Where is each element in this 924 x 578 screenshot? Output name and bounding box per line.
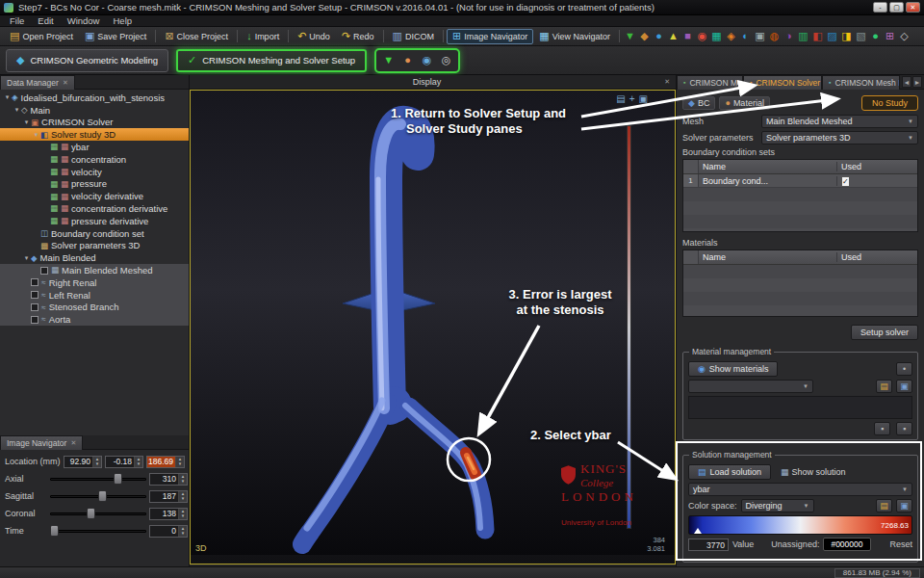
visibility-checkbox[interactable]	[31, 316, 38, 324]
toolbar-icon[interactable]: ▦	[709, 29, 724, 44]
toolbar-icon[interactable]: ●	[868, 29, 883, 44]
no-study-button[interactable]: No Study	[861, 95, 918, 111]
spin-arrows[interactable]: ▴▾	[178, 509, 187, 519]
visibility-checkbox[interactable]	[31, 278, 38, 286]
vessel-tool-icon[interactable]: ▼	[381, 53, 396, 68]
spin-down-icon[interactable]: ▾	[179, 531, 187, 537]
mesh-combobox[interactable]: Main Blended Meshed▼	[761, 115, 918, 128]
spin-down-icon[interactable]: ▾	[179, 479, 187, 485]
material-tool-icon[interactable]: ●	[400, 53, 415, 68]
add-icon[interactable]: ▪	[874, 422, 890, 435]
tree-item-main-blended-meshed[interactable]: ▦Main Blended Meshed	[0, 264, 189, 276]
tree-item-ybar[interactable]: ▦▦ybar	[0, 141, 189, 153]
perspective-meshing-solver-button[interactable]: ✓ CRIMSON Meshing and Solver Setup	[176, 49, 367, 72]
tab-data-manager[interactable]: Data Manager ✕	[0, 75, 75, 90]
open-folder-icon[interactable]: ▤	[876, 499, 892, 512]
tree-item-left-renal[interactable]: ≈Left Renal	[0, 289, 189, 302]
coronal-field[interactable]: 138▴▾	[149, 508, 188, 520]
import-button[interactable]: ↓Import	[241, 29, 285, 44]
minimize-button[interactable]: -	[873, 2, 887, 13]
tab-crimson-mesh-expl[interactable]: ▪CRIMSON Mesh Expl...✕	[822, 75, 900, 90]
gradient-marker[interactable]	[694, 528, 702, 534]
toolbar-icon[interactable]: ◐	[738, 29, 753, 44]
color-map-gradient[interactable]: 7268.63	[688, 515, 912, 535]
menu-file[interactable]: File	[4, 15, 30, 26]
toolbar-icon[interactable]: ▼	[623, 29, 637, 44]
toolbar-icon[interactable]: ◍	[767, 29, 782, 44]
close-button[interactable]: ✕	[906, 2, 920, 13]
tab-close-icon[interactable]: ✕	[664, 78, 676, 86]
tree-item-concentration[interactable]: ▦▦concentration	[0, 153, 189, 166]
solution-array-combobox[interactable]: ybar▼	[688, 483, 912, 496]
spin-arrows[interactable]: ▴▾	[175, 457, 184, 467]
slider-handle[interactable]	[98, 490, 107, 502]
spin-down-icon[interactable]: ▾	[179, 513, 187, 519]
menu-window[interactable]: Window	[62, 15, 106, 26]
time-field[interactable]: 0▴▾	[149, 525, 188, 538]
tree-expander-icon[interactable]: ▾	[22, 254, 31, 262]
tree-item-velocity[interactable]: ▦▦velocity	[0, 166, 189, 178]
location-x-field[interactable]: 92.90 ▴▾	[64, 456, 102, 468]
visibility-checkbox[interactable]	[31, 303, 38, 311]
view-navigator-button[interactable]: ▦View Navigator	[533, 29, 616, 44]
material-combobox[interactable]: ▼	[688, 380, 813, 393]
min-value-field[interactable]: 3770	[688, 539, 729, 551]
axial-field[interactable]: 310▴▾	[149, 473, 188, 486]
color-space-combobox[interactable]: Diverging▼	[741, 499, 814, 512]
visibility-checkbox[interactable]	[40, 267, 48, 275]
show-solution-button[interactable]: ▦Show solution	[775, 465, 852, 479]
menu-edit[interactable]: Edit	[32, 15, 59, 26]
visibility-checkbox[interactable]	[31, 291, 38, 299]
tree-item-main-blended[interactable]: ▾◆Main Blended	[0, 251, 189, 264]
tree-expander-icon[interactable]: ▾	[3, 93, 12, 101]
open-project-button[interactable]: ▤Open Project	[4, 29, 79, 44]
maximize-button[interactable]: ▢	[889, 2, 904, 13]
save-project-button[interactable]: ▣Save Project	[79, 29, 152, 44]
solver-parameters-combobox[interactable]: Solver parameters 3D▼	[761, 131, 918, 144]
time-slider[interactable]	[50, 525, 146, 537]
material-button[interactable]: ●Material	[719, 96, 769, 110]
redo-button[interactable]: ↷Redo	[336, 29, 380, 44]
tab-crimson-solver-setup[interactable]: ▪CRIMSON Solver Setup✕	[743, 75, 822, 90]
spin-arrows[interactable]: ▴▾	[178, 474, 187, 485]
crosshair-icon[interactable]: +	[629, 93, 635, 104]
tab-scroll-right-icon[interactable]: ►	[912, 76, 922, 88]
tree-item-pressure[interactable]: ▦▦pressure	[0, 178, 189, 191]
toolbar-icon[interactable]: ◨	[839, 29, 854, 44]
close-project-button[interactable]: ⊠Close Project	[159, 29, 234, 44]
menu-help[interactable]: Help	[107, 15, 138, 26]
toolbar-icon[interactable]: ▧	[854, 29, 868, 44]
toolbar-icon[interactable]: ●	[652, 29, 666, 44]
render-window-3d[interactable]: ▤ + ▣ 3D 384 3.081 KING'S College LONDON…	[190, 90, 676, 565]
sagittal-field[interactable]: 187▴▾	[149, 490, 188, 503]
spin-down-icon[interactable]: ▾	[176, 461, 184, 467]
location-y-field[interactable]: -0.18 ▴▾	[105, 456, 143, 468]
magnifier-tool-icon[interactable]: ◎	[439, 53, 453, 68]
tab-scroll-left-icon[interactable]: ◄	[902, 76, 911, 88]
toolbar-icon[interactable]: ◈	[724, 29, 738, 44]
tree-item-solver-parameters-3d[interactable]: ▩Solver parameters 3D	[0, 240, 189, 252]
tree-item-boundary-condition-set[interactable]: ◫Boundary condition set	[0, 227, 189, 240]
toolbar-icon[interactable]: ◧	[810, 29, 825, 44]
sagittal-slider[interactable]	[50, 490, 146, 502]
tree-item-aorta[interactable]: ≈Aorta	[0, 313, 189, 326]
spin-arrows[interactable]: ▴▾	[134, 457, 142, 467]
location-z-field[interactable]: 186.69 ▴▾	[146, 456, 185, 468]
tab-image-navigator[interactable]: Image Navigator ✕	[0, 435, 83, 450]
spin-down-icon[interactable]: ▾	[93, 461, 101, 467]
reset-button[interactable]: Reset	[889, 539, 912, 549]
tree-expander-icon[interactable]: ▾	[22, 118, 31, 126]
toolbar-icon[interactable]: ▣	[753, 29, 767, 44]
slider-handle[interactable]	[50, 525, 59, 537]
undo-button[interactable]: ↶Undo	[292, 29, 336, 44]
open-folder-icon[interactable]: ▤	[876, 380, 892, 393]
tree-item-right-renal[interactable]: ≈Right Renal	[0, 276, 189, 289]
load-solution-button[interactable]: ▤Load solution	[688, 464, 771, 480]
tree-item-solver-study-3d[interactable]: ▾◧Solver study 3D	[0, 128, 189, 141]
slider-handle[interactable]	[87, 508, 95, 519]
materials-listbox[interactable]	[688, 396, 912, 419]
spin-arrows[interactable]: ▴▾	[178, 526, 187, 537]
tree-item-velocity-derivative[interactable]: ▦▦velocity derivative	[0, 190, 189, 202]
tree-expander-icon[interactable]: ▾	[13, 106, 21, 114]
toolbar-icon[interactable]: ▨	[825, 29, 839, 44]
